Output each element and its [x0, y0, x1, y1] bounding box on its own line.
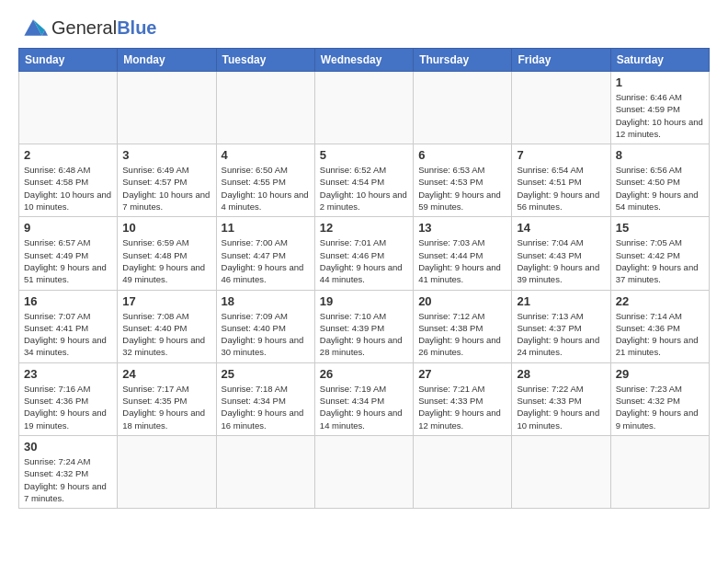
calendar-cell-4-4: 27Sunrise: 7:21 AM Sunset: 4:33 PM Dayli…	[414, 362, 512, 435]
page: GeneralBlue SundayMondayTuesdayWednesday…	[0, 0, 728, 523]
day-number: 9	[24, 221, 112, 235]
day-number: 8	[616, 148, 704, 162]
day-number: 24	[122, 367, 210, 381]
calendar-header-wednesday: Wednesday	[314, 49, 413, 72]
calendar-header-monday: Monday	[118, 49, 216, 72]
calendar-cell-5-2	[216, 435, 314, 508]
day-info: Sunrise: 7:08 AM Sunset: 4:40 PM Dayligh…	[122, 310, 210, 359]
calendar-header-tuesday: Tuesday	[216, 49, 314, 72]
calendar-header-sunday: Sunday	[19, 49, 118, 72]
calendar-week-2: 9Sunrise: 6:57 AM Sunset: 4:49 PM Daylig…	[19, 217, 710, 290]
day-number: 25	[222, 367, 310, 381]
day-number: 20	[418, 294, 506, 308]
day-info: Sunrise: 7:01 AM Sunset: 4:46 PM Dayligh…	[320, 236, 408, 285]
calendar-cell-1-1: 3Sunrise: 6:49 AM Sunset: 4:57 PM Daylig…	[118, 144, 216, 217]
day-info: Sunrise: 6:46 AM Sunset: 4:59 PM Dayligh…	[616, 91, 704, 140]
calendar-cell-0-6: 1Sunrise: 6:46 AM Sunset: 4:59 PM Daylig…	[610, 72, 709, 144]
calendar-cell-3-5: 21Sunrise: 7:13 AM Sunset: 4:37 PM Dayli…	[512, 290, 610, 362]
calendar-cell-3-1: 17Sunrise: 7:08 AM Sunset: 4:40 PM Dayli…	[118, 290, 216, 362]
calendar-cell-5-0: 30Sunrise: 7:24 AM Sunset: 4:32 PM Dayli…	[19, 435, 118, 508]
day-number: 17	[122, 294, 210, 308]
logo: GeneralBlue	[18, 15, 157, 40]
day-info: Sunrise: 7:23 AM Sunset: 4:32 PM Dayligh…	[616, 383, 704, 431]
calendar-cell-1-6: 8Sunrise: 6:56 AM Sunset: 4:50 PM Daylig…	[610, 144, 709, 217]
day-number: 18	[222, 294, 310, 308]
day-number: 1	[616, 75, 704, 89]
calendar-cell-2-3: 12Sunrise: 7:01 AM Sunset: 4:46 PM Dayli…	[314, 217, 413, 290]
day-number: 10	[122, 221, 210, 235]
day-info: Sunrise: 6:52 AM Sunset: 4:54 PM Dayligh…	[320, 164, 408, 213]
day-info: Sunrise: 7:18 AM Sunset: 4:34 PM Dayligh…	[222, 383, 310, 431]
calendar-week-5: 30Sunrise: 7:24 AM Sunset: 4:32 PM Dayli…	[19, 435, 710, 508]
calendar-header-friday: Friday	[512, 49, 610, 72]
calendar-cell-4-1: 24Sunrise: 7:17 AM Sunset: 4:35 PM Dayli…	[118, 362, 216, 435]
day-number: 27	[418, 367, 506, 381]
day-info: Sunrise: 7:09 AM Sunset: 4:40 PM Dayligh…	[222, 310, 310, 359]
day-number: 30	[24, 440, 112, 454]
calendar-cell-5-5	[512, 435, 610, 508]
day-info: Sunrise: 6:53 AM Sunset: 4:53 PM Dayligh…	[418, 164, 506, 213]
calendar-cell-2-1: 10Sunrise: 6:59 AM Sunset: 4:48 PM Dayli…	[118, 217, 216, 290]
calendar-cell-3-6: 22Sunrise: 7:14 AM Sunset: 4:36 PM Dayli…	[610, 290, 709, 362]
calendar-cell-1-4: 6Sunrise: 6:53 AM Sunset: 4:53 PM Daylig…	[414, 144, 512, 217]
calendar-cell-3-0: 16Sunrise: 7:07 AM Sunset: 4:41 PM Dayli…	[19, 290, 118, 362]
day-number: 3	[122, 148, 210, 162]
day-info: Sunrise: 7:12 AM Sunset: 4:38 PM Dayligh…	[418, 310, 506, 359]
calendar-cell-5-3	[314, 435, 413, 508]
day-info: Sunrise: 6:49 AM Sunset: 4:57 PM Dayligh…	[122, 164, 210, 213]
day-info: Sunrise: 7:22 AM Sunset: 4:33 PM Dayligh…	[517, 383, 605, 431]
day-number: 13	[418, 221, 506, 235]
day-info: Sunrise: 7:19 AM Sunset: 4:34 PM Dayligh…	[320, 383, 408, 431]
day-info: Sunrise: 6:59 AM Sunset: 4:48 PM Dayligh…	[122, 236, 210, 285]
day-number: 19	[320, 294, 408, 308]
day-number: 14	[517, 221, 605, 235]
calendar-week-1: 2Sunrise: 6:48 AM Sunset: 4:58 PM Daylig…	[19, 144, 710, 217]
day-number: 7	[517, 148, 605, 162]
calendar-week-4: 23Sunrise: 7:16 AM Sunset: 4:36 PM Dayli…	[19, 362, 710, 435]
calendar-cell-0-0	[19, 72, 118, 144]
day-info: Sunrise: 6:48 AM Sunset: 4:58 PM Dayligh…	[24, 164, 112, 213]
calendar-cell-5-6	[610, 435, 709, 508]
header: GeneralBlue	[18, 15, 710, 40]
day-number: 4	[222, 148, 310, 162]
day-info: Sunrise: 6:56 AM Sunset: 4:50 PM Dayligh…	[616, 164, 704, 213]
calendar-cell-3-2: 18Sunrise: 7:09 AM Sunset: 4:40 PM Dayli…	[216, 290, 314, 362]
calendar-week-3: 16Sunrise: 7:07 AM Sunset: 4:41 PM Dayli…	[19, 290, 710, 362]
day-number: 29	[616, 367, 704, 381]
calendar-cell-0-5	[512, 72, 610, 144]
day-info: Sunrise: 7:24 AM Sunset: 4:32 PM Dayligh…	[24, 455, 112, 504]
calendar-cell-1-2: 4Sunrise: 6:50 AM Sunset: 4:55 PM Daylig…	[216, 144, 314, 217]
day-info: Sunrise: 7:14 AM Sunset: 4:36 PM Dayligh…	[616, 310, 704, 359]
day-info: Sunrise: 7:17 AM Sunset: 4:35 PM Dayligh…	[122, 383, 210, 431]
day-info: Sunrise: 7:03 AM Sunset: 4:44 PM Dayligh…	[418, 236, 506, 285]
calendar-cell-4-3: 26Sunrise: 7:19 AM Sunset: 4:34 PM Dayli…	[314, 362, 413, 435]
calendar-cell-2-5: 14Sunrise: 7:04 AM Sunset: 4:43 PM Dayli…	[512, 217, 610, 290]
calendar-cell-5-1	[118, 435, 216, 508]
day-info: Sunrise: 7:21 AM Sunset: 4:33 PM Dayligh…	[418, 383, 506, 431]
day-number: 5	[320, 148, 408, 162]
calendar-cell-5-4	[414, 435, 512, 508]
day-number: 23	[24, 367, 112, 381]
calendar-cell-4-5: 28Sunrise: 7:22 AM Sunset: 4:33 PM Dayli…	[512, 362, 610, 435]
calendar-cell-1-0: 2Sunrise: 6:48 AM Sunset: 4:58 PM Daylig…	[19, 144, 118, 217]
calendar-cell-0-4	[414, 72, 512, 144]
day-number: 21	[517, 294, 605, 308]
calendar-cell-4-6: 29Sunrise: 7:23 AM Sunset: 4:32 PM Dayli…	[610, 362, 709, 435]
day-info: Sunrise: 6:57 AM Sunset: 4:49 PM Dayligh…	[24, 236, 112, 285]
day-info: Sunrise: 7:10 AM Sunset: 4:39 PM Dayligh…	[320, 310, 408, 359]
day-info: Sunrise: 6:50 AM Sunset: 4:55 PM Dayligh…	[222, 164, 310, 213]
calendar-cell-2-6: 15Sunrise: 7:05 AM Sunset: 4:42 PM Dayli…	[610, 217, 709, 290]
calendar-cell-3-4: 20Sunrise: 7:12 AM Sunset: 4:38 PM Dayli…	[414, 290, 512, 362]
calendar-header-thursday: Thursday	[414, 49, 512, 72]
day-number: 22	[616, 294, 704, 308]
day-info: Sunrise: 7:07 AM Sunset: 4:41 PM Dayligh…	[24, 310, 112, 359]
calendar-header-row: SundayMondayTuesdayWednesdayThursdayFrid…	[19, 49, 710, 72]
calendar-cell-2-0: 9Sunrise: 6:57 AM Sunset: 4:49 PM Daylig…	[19, 217, 118, 290]
calendar-cell-1-3: 5Sunrise: 6:52 AM Sunset: 4:54 PM Daylig…	[314, 144, 413, 217]
calendar-cell-0-3	[314, 72, 413, 144]
day-number: 12	[320, 221, 408, 235]
calendar-cell-0-2	[216, 72, 314, 144]
day-info: Sunrise: 7:13 AM Sunset: 4:37 PM Dayligh…	[517, 310, 605, 359]
calendar-cell-4-2: 25Sunrise: 7:18 AM Sunset: 4:34 PM Dayli…	[216, 362, 314, 435]
day-number: 15	[616, 221, 704, 235]
